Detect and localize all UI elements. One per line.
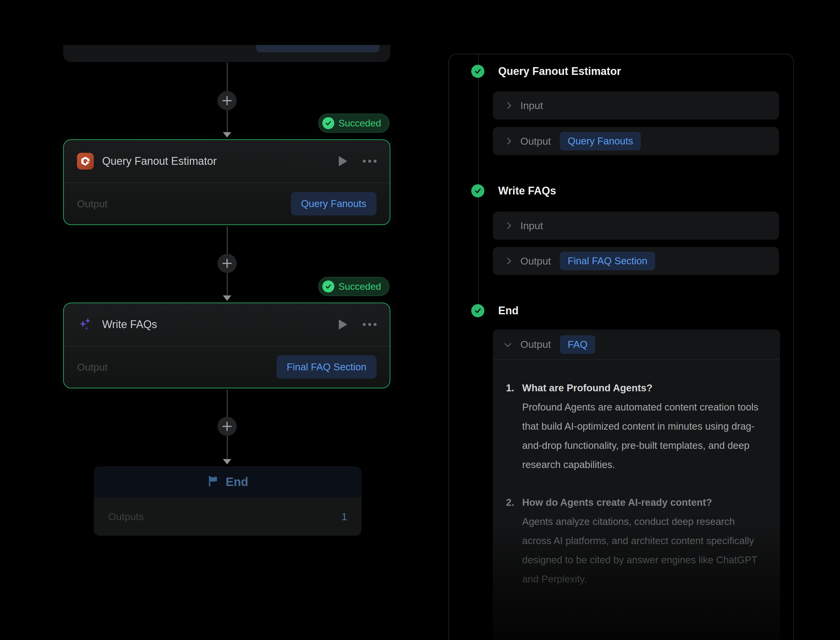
node-output-pill[interactable]: Final FAQ Section bbox=[276, 355, 377, 379]
add-node-button[interactable] bbox=[217, 91, 237, 110]
chevron-right-icon bbox=[505, 138, 511, 145]
chevron-right-icon bbox=[505, 102, 511, 109]
row-label: Output bbox=[521, 339, 551, 350]
add-node-button[interactable] bbox=[217, 417, 237, 436]
end-output-box: Output FAQ 1. What are Profound Agents? … bbox=[493, 330, 780, 640]
workflow-app: Succeded Query Fanout Estimator Output Q… bbox=[0, 0, 840, 640]
end-output-header[interactable]: Output FAQ bbox=[493, 330, 780, 360]
run-node-icon[interactable] bbox=[339, 156, 347, 166]
output-tag-pill[interactable]: Final FAQ Section bbox=[560, 252, 655, 270]
end-node-title: End bbox=[225, 475, 248, 489]
input-row[interactable]: Input bbox=[493, 211, 779, 240]
truncated-node[interactable] bbox=[63, 45, 390, 62]
arrow-down-icon bbox=[223, 132, 231, 138]
faq-content: 1. What are Profound Agents? Profound Ag… bbox=[493, 360, 780, 589]
status-badge-label: Succeded bbox=[339, 118, 381, 129]
node-menu-icon[interactable] bbox=[363, 323, 377, 326]
run-node-icon[interactable] bbox=[339, 319, 347, 330]
status-badge-label: Succeded bbox=[339, 281, 381, 292]
chevron-right-icon bbox=[505, 222, 511, 229]
section-title: Write FAQs bbox=[498, 184, 556, 197]
node-output-pill[interactable]: Query Fanouts bbox=[291, 192, 377, 216]
node-output-label: Output bbox=[77, 198, 107, 210]
faq-number: 1. bbox=[506, 378, 514, 398]
check-circle-icon bbox=[471, 184, 484, 197]
end-outputs-count: 1 bbox=[342, 511, 347, 523]
status-badge: Succeded bbox=[318, 114, 390, 133]
node-title: Query Fanout Estimator bbox=[102, 155, 339, 168]
chevron-right-icon bbox=[505, 258, 511, 264]
add-node-button[interactable] bbox=[217, 254, 237, 273]
node-title: Write FAQs bbox=[102, 318, 339, 331]
faq-item: 2. How do Agents create AI-ready content… bbox=[506, 493, 767, 589]
node-write-faqs[interactable]: Write FAQs Output Final FAQ Section bbox=[63, 302, 390, 388]
sparkles-icon bbox=[77, 316, 94, 333]
arrow-down-icon bbox=[223, 459, 231, 464]
row-label: Input bbox=[521, 100, 543, 112]
faq-question: How do Agents create AI-ready content? bbox=[522, 493, 767, 512]
faq-question: What are Profound Agents? bbox=[522, 378, 767, 398]
node-query-fanout-estimator[interactable]: Query Fanout Estimator Output Query Fano… bbox=[63, 139, 390, 225]
row-label: Input bbox=[521, 220, 543, 232]
check-circle-icon bbox=[323, 280, 334, 293]
end-outputs-label: Outputs bbox=[108, 511, 144, 523]
chevron-down-icon bbox=[505, 340, 511, 347]
node-menu-icon[interactable] bbox=[363, 160, 377, 163]
status-badge: Succeded bbox=[318, 277, 390, 296]
faq-answer: Agents analyze citations, conduct deep r… bbox=[522, 512, 759, 589]
truncated-node-output-pill bbox=[256, 45, 380, 53]
node-output-label: Output bbox=[77, 362, 107, 373]
check-circle-icon bbox=[323, 117, 334, 129]
faq-number: 2. bbox=[506, 493, 514, 512]
output-row[interactable]: Output Final FAQ Section bbox=[493, 247, 779, 275]
faq-item: 1. What are Profound Agents? Profound Ag… bbox=[506, 378, 767, 474]
arrow-down-icon bbox=[223, 296, 231, 301]
row-label: Output bbox=[521, 255, 551, 267]
timeline-connector bbox=[478, 54, 479, 311]
input-row[interactable]: Input bbox=[493, 91, 779, 120]
row-label: Output bbox=[521, 136, 551, 147]
faq-answer: Profound Agents are automated content cr… bbox=[522, 398, 759, 474]
output-tag-pill[interactable]: FAQ bbox=[560, 335, 595, 354]
output-row[interactable]: Output Query Fanouts bbox=[493, 127, 779, 155]
flag-icon bbox=[207, 475, 220, 489]
node-end[interactable]: End Outputs 1 bbox=[94, 466, 362, 536]
section-title: End bbox=[498, 304, 519, 317]
output-tag-pill[interactable]: Query Fanouts bbox=[560, 132, 641, 150]
profound-logo-icon bbox=[77, 153, 94, 170]
check-circle-icon bbox=[471, 304, 484, 317]
check-circle-icon bbox=[471, 65, 484, 78]
section-title: Query Fanout Estimator bbox=[498, 65, 621, 78]
